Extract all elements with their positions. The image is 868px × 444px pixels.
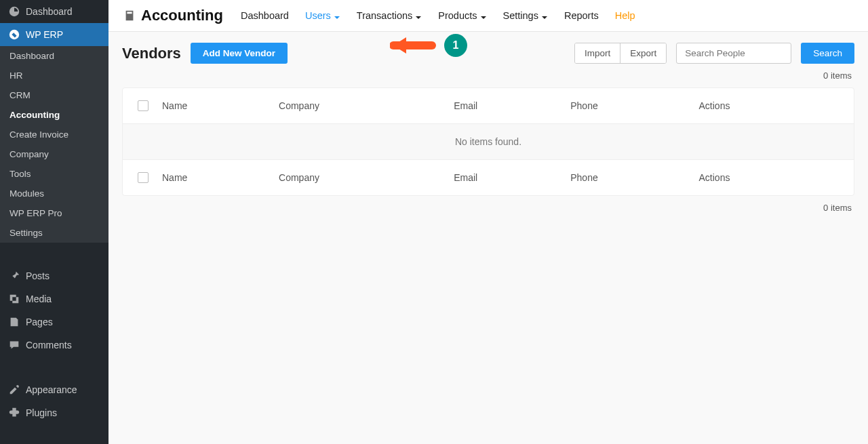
sidebar-item-wperp[interactable]: WP ERP [0, 23, 108, 46]
table-footer-row: Name Company Email Phone Actions [123, 160, 854, 195]
search-button[interactable]: Search [801, 43, 854, 64]
plugins-icon [8, 407, 20, 419]
chevron-down-icon [334, 12, 340, 19]
sidebar-label: Dashboard [26, 6, 73, 17]
dashboard-icon [8, 5, 20, 18]
page-body: Vendors Add New Vendor 1 Import Export [108, 32, 868, 444]
import-button[interactable]: Import [575, 43, 620, 63]
sidebar-item-posts[interactable]: Posts [0, 264, 108, 287]
column-footer-phone: Phone [570, 172, 698, 183]
nav-users[interactable]: Users [305, 10, 340, 21]
app-title-text: Accounting [141, 7, 223, 24]
search-people-input[interactable] [676, 43, 791, 64]
admin-sidebar: Dashboard WP ERP Dashboard HR CRM Accoun… [0, 0, 108, 444]
sidebar-sub-company[interactable]: Company [0, 144, 108, 164]
sidebar-sub-dashboard[interactable]: Dashboard [0, 46, 108, 66]
items-count-top: 0 items [122, 64, 854, 87]
sidebar-sub-accounting[interactable]: Accounting [0, 105, 108, 125]
sidebar-label: WP ERP [26, 29, 63, 40]
sidebar-item-pages[interactable]: Pages [0, 310, 108, 334]
sidebar-item-dashboard-top[interactable]: Dashboard [0, 0, 108, 23]
nav-transactions[interactable]: Transactions [357, 10, 422, 21]
page-title: Vendors [122, 45, 181, 62]
column-footer-name: Name [162, 172, 279, 183]
top-nav: Dashboard Users Transactions Products Se… [241, 10, 635, 21]
media-icon [8, 293, 20, 305]
sidebar-sub-settings[interactable]: Settings [0, 223, 108, 243]
pin-icon [8, 270, 20, 282]
sidebar-label: Plugins [26, 407, 57, 418]
sidebar-label: Posts [26, 270, 50, 281]
column-footer-actions: Actions [699, 172, 839, 183]
arrow-icon [390, 34, 444, 57]
sidebar-item-plugins[interactable]: Plugins [0, 401, 108, 424]
app-title: Accounting [123, 7, 223, 24]
sidebar-sub-crm[interactable]: CRM [0, 85, 108, 105]
items-count-bottom: 0 items [122, 196, 854, 220]
pages-icon [8, 316, 20, 328]
sidebar-label: Comments [26, 340, 72, 350]
sidebar-label: Appearance [26, 384, 77, 395]
column-header-name[interactable]: Name [162, 100, 279, 111]
nav-reports[interactable]: Reports [564, 10, 599, 21]
nav-settings[interactable]: Settings [503, 10, 548, 21]
comments-icon [8, 339, 20, 351]
sidebar-item-comments[interactable]: Comments [0, 334, 108, 357]
erp-icon [8, 28, 20, 41]
sidebar-sub-modules[interactable]: Modules [0, 184, 108, 203]
sidebar-item-appearance[interactable]: Appearance [0, 378, 108, 401]
chevron-down-icon [541, 12, 548, 19]
select-all-checkbox-top[interactable] [138, 100, 149, 111]
column-header-phone[interactable]: Phone [570, 100, 698, 111]
chevron-down-icon [480, 12, 487, 19]
calculator-icon [123, 9, 136, 22]
topbar: Accounting Dashboard Users Transactions … [108, 0, 868, 32]
sidebar-sub-hr[interactable]: HR [0, 66, 108, 85]
sidebar-sub-tools[interactable]: Tools [0, 164, 108, 184]
select-all-checkbox-bottom[interactable] [138, 172, 149, 183]
nav-help[interactable]: Help [615, 10, 635, 21]
column-footer-company: Company [279, 172, 454, 183]
nav-dashboard[interactable]: Dashboard [241, 10, 289, 21]
export-button[interactable]: Export [620, 43, 666, 63]
page-header: Vendors Add New Vendor 1 Import Export [122, 43, 854, 64]
table-empty-message: No items found. [123, 123, 854, 160]
column-footer-email: Email [454, 172, 570, 183]
vendors-table: Name Company Email Phone Actions No item… [122, 87, 854, 196]
add-new-vendor-button[interactable]: Add New Vendor [191, 43, 288, 64]
sidebar-sub-wperp-pro[interactable]: WP ERP Pro [0, 203, 108, 223]
header-right-controls: Import Export Search [574, 43, 854, 64]
sidebar-sub-create-invoice[interactable]: Create Invoice [0, 125, 108, 144]
sidebar-label: Media [26, 294, 52, 304]
column-header-email[interactable]: Email [454, 100, 570, 111]
chevron-down-icon [415, 12, 422, 19]
annotation-arrow: 1 [390, 34, 467, 57]
column-header-company[interactable]: Company [279, 100, 454, 111]
nav-products[interactable]: Products [438, 10, 486, 21]
import-export-group: Import Export [574, 43, 667, 64]
sidebar-item-media[interactable]: Media [0, 287, 108, 310]
column-header-actions: Actions [699, 100, 839, 111]
sidebar-label: Pages [26, 317, 53, 327]
main-content: Accounting Dashboard Users Transactions … [108, 0, 868, 444]
table-header-row: Name Company Email Phone Actions [123, 88, 854, 123]
appearance-icon [8, 384, 20, 396]
annotation-badge: 1 [444, 34, 467, 57]
